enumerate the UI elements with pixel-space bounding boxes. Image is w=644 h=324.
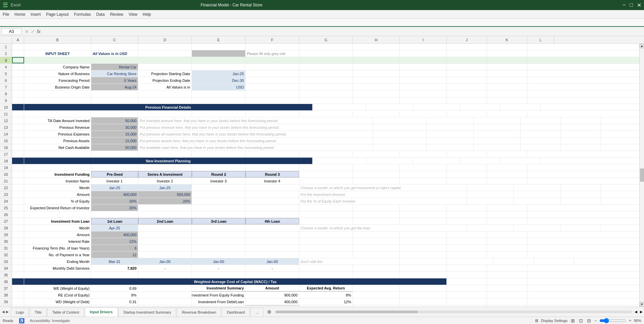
hscroll-right-btn[interactable]: ▶ bbox=[639, 310, 644, 314]
cell-b14[interactable]: Previous Expenses bbox=[24, 131, 91, 137]
row-num-36[interactable]: 36 bbox=[0, 278, 12, 285]
cell-j25[interactable] bbox=[447, 205, 487, 211]
cell-g17[interactable] bbox=[299, 151, 353, 157]
cell-b10-span[interactable]: Previous Financial Details bbox=[24, 104, 313, 110]
cell-c13[interactable]: 30,000 bbox=[91, 124, 138, 130]
cell-i30[interactable] bbox=[400, 238, 447, 245]
cell-f32[interactable] bbox=[246, 252, 299, 258]
cell-j11[interactable] bbox=[447, 111, 487, 117]
cell-c17[interactable] bbox=[91, 151, 138, 157]
cell-c28[interactable]: Apr-25 bbox=[91, 225, 138, 231]
cell-i34[interactable] bbox=[400, 265, 447, 271]
cell-a14[interactable] bbox=[12, 131, 24, 137]
normal-view-btn[interactable]: ⊞ bbox=[570, 318, 576, 323]
cell-c33[interactable]: Mar-31 bbox=[91, 258, 138, 265]
col-header-g[interactable]: G bbox=[299, 36, 353, 43]
row-num-15[interactable]: 15 bbox=[0, 138, 12, 144]
col-header-j[interactable]: J bbox=[447, 36, 487, 43]
cell-f25[interactable] bbox=[246, 205, 299, 211]
cell-d3[interactable] bbox=[138, 57, 192, 63]
cell-b16[interactable]: Net Cash Available bbox=[24, 144, 91, 151]
cell-f24[interactable] bbox=[246, 198, 299, 204]
cell-b31[interactable]: Financing Term (No. of loan Years) bbox=[24, 245, 91, 251]
row-num-11[interactable]: 11 bbox=[0, 111, 12, 117]
cell-a5[interactable] bbox=[12, 70, 24, 77]
cell-h39[interactable] bbox=[353, 299, 400, 305]
cell-a6[interactable] bbox=[12, 77, 24, 84]
cell-h24[interactable] bbox=[467, 198, 514, 204]
row-num-12[interactable]: 12 bbox=[0, 117, 12, 124]
col-header-k[interactable]: K bbox=[487, 36, 527, 43]
cell-i23[interactable] bbox=[514, 191, 561, 198]
hscroll-left-btn[interactable]: ◀ bbox=[633, 310, 639, 314]
cell-b25[interactable]: Expected Desired Return of Investor bbox=[24, 205, 91, 211]
menu-review[interactable]: Review bbox=[110, 12, 123, 17]
cell-c27[interactable]: 1st Loan bbox=[91, 218, 138, 224]
cell-f30[interactable] bbox=[246, 238, 299, 245]
cell-d24[interactable]: 20% bbox=[138, 198, 192, 204]
cell-j33[interactable] bbox=[494, 258, 534, 265]
cell-i29[interactable] bbox=[400, 231, 447, 238]
row-num-38[interactable]: 38 bbox=[0, 292, 12, 299]
cell-e4[interactable] bbox=[192, 64, 246, 70]
display-settings-icon[interactable]: ⊞ bbox=[535, 318, 538, 323]
cell-c38[interactable]: 8% bbox=[91, 292, 138, 298]
cell-i1[interactable] bbox=[400, 44, 447, 50]
cell-e31[interactable] bbox=[192, 245, 246, 251]
cell-j7[interactable] bbox=[447, 84, 487, 90]
cell-h9[interactable] bbox=[353, 97, 400, 104]
cell-g21[interactable] bbox=[299, 178, 353, 184]
cell-k5[interactable] bbox=[487, 70, 527, 77]
cell-i11[interactable] bbox=[400, 111, 447, 117]
cell-d35[interactable] bbox=[138, 272, 192, 278]
cell-i7[interactable] bbox=[400, 84, 447, 90]
row-num-29[interactable]: 29 bbox=[0, 231, 12, 238]
cell-k31[interactable] bbox=[487, 245, 527, 251]
cell-a31[interactable] bbox=[12, 245, 24, 251]
cell-h14[interactable] bbox=[427, 131, 474, 137]
cell-j27[interactable] bbox=[447, 218, 487, 224]
cell-i13[interactable] bbox=[474, 124, 521, 130]
cell-j8[interactable] bbox=[447, 91, 487, 97]
cell-e27[interactable]: 3rd Loan bbox=[192, 218, 246, 224]
cell-c37[interactable]: 0.69 bbox=[91, 285, 138, 291]
cell-e25[interactable] bbox=[192, 205, 246, 211]
cell-h2[interactable] bbox=[353, 50, 400, 57]
row-num-28[interactable]: 28 bbox=[0, 225, 12, 231]
cell-d33[interactable]: Jan-00 bbox=[138, 258, 192, 265]
row-num-10[interactable]: 10 bbox=[0, 104, 12, 111]
cell-reference-box[interactable]: A3 bbox=[1, 28, 21, 35]
cell-h34[interactable] bbox=[353, 265, 400, 271]
cell-b18-span[interactable]: New Investment Planning bbox=[24, 158, 313, 164]
cell-b22[interactable]: Month bbox=[24, 184, 91, 191]
cell-k27[interactable] bbox=[487, 218, 527, 224]
cell-f21[interactable]: Investor 4 bbox=[246, 178, 299, 184]
cell-i9[interactable] bbox=[400, 97, 447, 104]
cell-f26[interactable] bbox=[246, 211, 299, 218]
cell-j16[interactable] bbox=[521, 144, 561, 151]
cell-e7[interactable]: USD bbox=[192, 84, 246, 90]
cell-a1[interactable] bbox=[12, 44, 24, 50]
cell-d4[interactable] bbox=[138, 64, 192, 70]
row-num-27[interactable]: 27 bbox=[0, 218, 12, 225]
cell-d20[interactable]: Series A Investment bbox=[138, 171, 192, 177]
cell-k22[interactable] bbox=[601, 184, 639, 191]
cell-f2[interactable]: Please fill only grey cell bbox=[246, 50, 299, 57]
cell-k15[interactable] bbox=[561, 138, 601, 144]
menu-formulas[interactable]: Formulas bbox=[74, 12, 91, 17]
cell-j29[interactable] bbox=[447, 231, 487, 238]
cell-h5[interactable] bbox=[353, 70, 400, 77]
cell-b9[interactable] bbox=[24, 97, 91, 104]
col-header-c[interactable]: C bbox=[91, 36, 138, 43]
cell-f22[interactable] bbox=[246, 184, 299, 191]
cell-g27[interactable] bbox=[299, 218, 353, 224]
cell-j23[interactable] bbox=[561, 191, 601, 198]
cell-d9[interactable] bbox=[138, 97, 192, 104]
cell-j34[interactable] bbox=[447, 265, 487, 271]
cell-c16[interactable]: 50,000 bbox=[91, 144, 138, 151]
cell-k23[interactable] bbox=[601, 191, 639, 198]
cell-b36-span[interactable]: Weighted Average Cost of Capital (WACC) … bbox=[24, 278, 447, 285]
cell-b21[interactable]: Investor Name bbox=[24, 178, 91, 184]
cell-j9[interactable] bbox=[447, 97, 487, 104]
cell-c35[interactable] bbox=[91, 272, 138, 278]
